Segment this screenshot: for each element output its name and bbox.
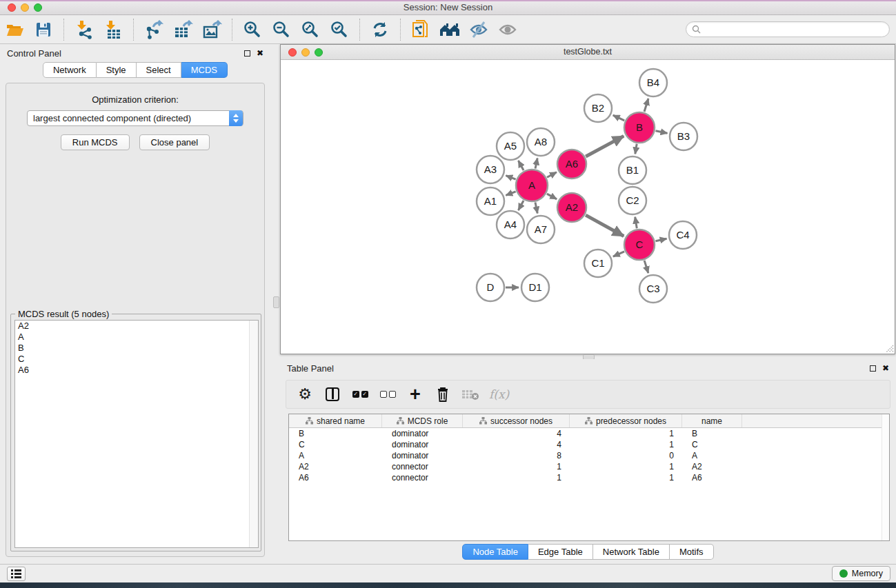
- result-item[interactable]: A2: [15, 321, 258, 332]
- tab-style[interactable]: Style: [97, 62, 137, 78]
- zoom-in-icon[interactable]: [241, 18, 264, 41]
- tab-motifs[interactable]: Motifs: [670, 544, 714, 560]
- edge-B-B3[interactable]: [656, 131, 668, 133]
- export-table-icon[interactable]: [171, 18, 195, 41]
- delete-column-icon[interactable]: [434, 384, 452, 405]
- node-B2[interactable]: B2: [584, 94, 612, 122]
- node-A8[interactable]: A8: [527, 128, 555, 156]
- network-minimize-button[interactable]: [301, 48, 310, 57]
- criterion-select[interactable]: largest connected component (directed): [27, 110, 243, 126]
- node-A3[interactable]: A3: [477, 156, 504, 183]
- zoom-window-button[interactable]: [34, 3, 42, 12]
- edge-A-A3[interactable]: [506, 176, 515, 179]
- edge-A-A7[interactable]: [535, 202, 537, 213]
- minimize-window-button[interactable]: [21, 3, 29, 12]
- zoom-out-icon[interactable]: [270, 18, 293, 41]
- apply-preferred-layout-icon[interactable]: [368, 18, 392, 41]
- search-field[interactable]: [686, 21, 890, 37]
- edge-C-C1[interactable]: [613, 252, 624, 256]
- edge-C-C4[interactable]: [655, 239, 666, 241]
- deselect-all-columns-icon[interactable]: [379, 384, 397, 405]
- node-C[interactable]: C: [624, 230, 655, 260]
- network-zoom-button[interactable]: [315, 48, 323, 57]
- edge-A-A5[interactable]: [518, 161, 524, 170]
- show-all-icon[interactable]: [496, 18, 519, 41]
- import-table-icon[interactable]: [101, 18, 125, 41]
- tab-select[interactable]: Select: [137, 62, 181, 78]
- table-row[interactable]: Adominator80A: [289, 450, 889, 461]
- network-close-button[interactable]: [288, 48, 297, 57]
- first-neighbors-icon[interactable]: [438, 18, 461, 41]
- node-C3[interactable]: C3: [639, 275, 667, 303]
- result-item[interactable]: A: [15, 332, 258, 343]
- show-columns-icon[interactable]: [323, 384, 341, 405]
- tab-network-table[interactable]: Network Table: [593, 544, 670, 560]
- node-B[interactable]: B: [624, 112, 655, 143]
- close-window-button[interactable]: [8, 3, 16, 12]
- zoom-selected-icon[interactable]: [328, 18, 351, 41]
- result-item[interactable]: A6: [15, 365, 258, 376]
- edge-A-A1[interactable]: [506, 192, 515, 195]
- network-graph[interactable]: B4B2BB3A5A8A6B1A3AC2A1A2A4A7C4CC1DD1C3: [281, 60, 895, 354]
- hide-selected-icon[interactable]: [467, 18, 490, 41]
- edge-B-B4[interactable]: [644, 99, 648, 112]
- edge-A-A2[interactable]: [547, 194, 557, 199]
- tab-network[interactable]: Network: [43, 62, 97, 78]
- network-canvas[interactable]: B4B2BB3A5A8A6B1A3AC2A1A2A4A7C4CC1DD1C3: [281, 60, 895, 354]
- edge-A-A4[interactable]: [518, 201, 524, 210]
- node-A6[interactable]: A6: [557, 150, 586, 179]
- node-A5[interactable]: A5: [497, 132, 524, 160]
- show-panels-button[interactable]: [7, 567, 26, 581]
- table-body[interactable]: Bdominator41BCdominator41CAdominator80AA…: [289, 428, 889, 483]
- result-item[interactable]: C: [15, 354, 258, 365]
- node-A1[interactable]: A1: [477, 187, 504, 215]
- network-window-titlebar[interactable]: testGlobe.txt: [281, 45, 895, 60]
- export-network-icon[interactable]: [142, 18, 166, 41]
- table-row[interactable]: A2connector11A2: [289, 461, 889, 472]
- table-scrollbar[interactable]: [882, 414, 889, 540]
- column-header-successor-nodes[interactable]: successor nodes: [463, 414, 570, 427]
- select-all-columns-icon[interactable]: ✓✓: [351, 384, 369, 405]
- node-A[interactable]: A: [516, 170, 548, 201]
- resize-grip-icon[interactable]: [884, 343, 894, 353]
- save-session-icon[interactable]: [32, 18, 55, 41]
- table-settings-gear-icon[interactable]: ⚙: [296, 384, 314, 405]
- edge-C-C2[interactable]: [635, 217, 637, 229]
- node-A2[interactable]: A2: [557, 193, 586, 222]
- edge-C-C3[interactable]: [644, 261, 648, 273]
- close-panel-button[interactable]: Close panel: [139, 134, 210, 150]
- new-network-from-selection-icon[interactable]: [409, 18, 432, 41]
- node-A4[interactable]: A4: [497, 211, 524, 239]
- node-table[interactable]: shared nameMCDS rolesuccessor nodesprede…: [288, 414, 890, 541]
- tab-mcds[interactable]: MCDS: [181, 62, 228, 78]
- table-header-row[interactable]: shared nameMCDS rolesuccessor nodesprede…: [289, 414, 889, 428]
- column-header-MCDS-role[interactable]: MCDS role: [382, 414, 463, 427]
- edge-A-A8[interactable]: [535, 159, 537, 169]
- tab-edge-table[interactable]: Edge Table: [528, 544, 593, 560]
- export-image-icon[interactable]: [200, 18, 223, 41]
- open-session-icon[interactable]: [3, 18, 26, 41]
- close-panel-icon[interactable]: ✖: [257, 50, 263, 57]
- vertical-divider-grip[interactable]: [273, 296, 279, 308]
- node-B4[interactable]: B4: [639, 69, 667, 97]
- zoom-fit-icon[interactable]: [299, 18, 322, 41]
- node-D[interactable]: D: [477, 274, 504, 301]
- node-C2[interactable]: C2: [619, 187, 646, 214]
- mcds-result-list[interactable]: A2ABCA6: [14, 320, 259, 548]
- edge-A-A6[interactable]: [547, 172, 557, 177]
- edge-A2-C[interactable]: [586, 215, 624, 236]
- table-float-icon[interactable]: [870, 365, 876, 372]
- table-row[interactable]: Bdominator41B: [289, 428, 889, 439]
- edge-A6-B[interactable]: [586, 136, 624, 156]
- node-B3[interactable]: B3: [670, 123, 697, 150]
- column-header-predecessor-nodes[interactable]: predecessor nodes: [570, 414, 682, 427]
- column-header-shared-name[interactable]: shared name: [289, 414, 382, 427]
- table-close-icon[interactable]: ✖: [882, 365, 889, 372]
- node-D1[interactable]: D1: [521, 274, 549, 301]
- table-row[interactable]: A6connector11A6: [289, 472, 889, 483]
- node-A7[interactable]: A7: [527, 216, 555, 243]
- add-column-icon[interactable]: +: [406, 384, 424, 405]
- node-C4[interactable]: C4: [669, 221, 697, 249]
- run-mcds-button[interactable]: Run MCDS: [61, 134, 130, 150]
- node-B1[interactable]: B1: [619, 156, 646, 184]
